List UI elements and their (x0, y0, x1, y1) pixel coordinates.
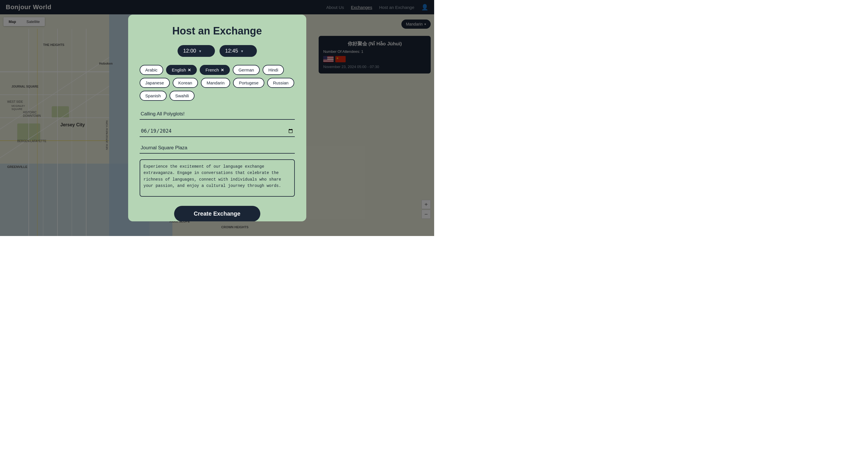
exchange-name-input[interactable] (140, 109, 295, 120)
end-time-chevron-icon: ▾ (241, 49, 243, 54)
language-tag-russian[interactable]: Russian (267, 78, 294, 88)
language-tag-mandarin[interactable]: Mandarin (201, 78, 230, 88)
language-tag-korean[interactable]: Korean (173, 78, 198, 88)
remove-language-icon[interactable]: ✕ (188, 68, 191, 72)
language-tag-german[interactable]: German (233, 65, 260, 75)
exchange-description-textarea[interactable] (140, 159, 295, 197)
end-time-picker[interactable]: 12:45 ▾ (219, 45, 257, 57)
host-exchange-modal: Host an Exchange 12:00 ▾ 12:45 ▾ ArabicE… (128, 14, 306, 222)
create-exchange-button[interactable]: Create Exchange (174, 206, 260, 222)
modal-title: Host an Exchange (140, 25, 295, 37)
modal-overlay: Host an Exchange 12:00 ▾ 12:45 ▾ ArabicE… (0, 0, 434, 236)
language-tag-french[interactable]: French ✕ (200, 65, 230, 75)
start-time-value: 12:00 (183, 48, 196, 54)
language-tag-japanese[interactable]: Japanese (140, 78, 170, 88)
language-tag-arabic[interactable]: Arabic (140, 65, 163, 75)
language-tag-swahili[interactable]: Swahili (169, 91, 195, 101)
end-time-value: 12:45 (225, 48, 238, 54)
language-tag-english[interactable]: English ✕ (166, 65, 197, 75)
language-tags-container: ArabicEnglish ✕French ✕GermanHindiJapane… (140, 65, 295, 101)
exchange-location-input[interactable] (140, 143, 295, 154)
remove-language-icon[interactable]: ✕ (221, 68, 224, 72)
start-time-picker[interactable]: 12:00 ▾ (178, 45, 215, 57)
start-time-chevron-icon: ▾ (199, 49, 201, 54)
time-pickers: 12:00 ▾ 12:45 ▾ (140, 45, 295, 57)
language-tag-hindi[interactable]: Hindi (262, 65, 284, 75)
language-tag-spanish[interactable]: Spanish (140, 91, 167, 101)
language-tag-portugese[interactable]: Portugese (233, 78, 264, 88)
exchange-date-input[interactable] (140, 126, 295, 137)
